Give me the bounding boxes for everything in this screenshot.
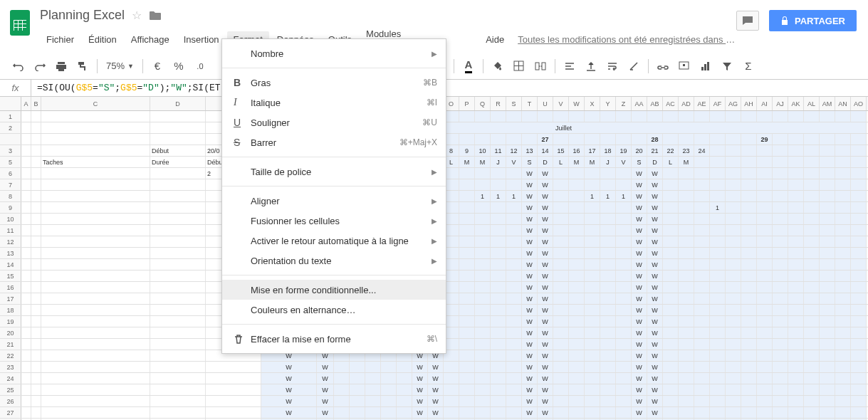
cell[interactable] xyxy=(600,384,616,395)
cell[interactable] xyxy=(851,236,867,247)
cell[interactable] xyxy=(21,259,31,270)
col-header-C[interactable]: C xyxy=(41,97,150,110)
cell[interactable] xyxy=(616,202,632,213)
cell[interactable] xyxy=(710,236,726,247)
cell[interactable] xyxy=(459,134,475,145)
cell[interactable] xyxy=(804,111,820,122)
cell[interactable] xyxy=(835,305,851,315)
cell[interactable] xyxy=(616,214,632,224)
cell[interactable] xyxy=(788,282,804,293)
cell[interactable]: W xyxy=(632,259,647,270)
cell[interactable]: W xyxy=(632,282,647,293)
cell[interactable]: 15 xyxy=(553,145,569,156)
cell[interactable] xyxy=(397,384,412,395)
cell[interactable] xyxy=(710,396,726,406)
cell[interactable] xyxy=(506,271,522,281)
cell[interactable]: W xyxy=(538,225,553,236)
cell[interactable]: W xyxy=(632,225,647,236)
cell[interactable] xyxy=(31,157,41,167)
cell[interactable] xyxy=(553,407,569,418)
cell[interactable] xyxy=(475,236,491,247)
cell[interactable] xyxy=(491,373,506,384)
cell[interactable] xyxy=(600,396,616,406)
cell[interactable] xyxy=(585,407,600,418)
cell[interactable] xyxy=(851,214,867,224)
cell[interactable] xyxy=(694,179,710,190)
cell[interactable] xyxy=(710,316,726,327)
cell[interactable] xyxy=(788,362,804,372)
undo-button[interactable] xyxy=(9,57,28,75)
cell[interactable] xyxy=(757,350,773,361)
cell[interactable] xyxy=(491,407,506,418)
cell[interactable]: W xyxy=(538,259,553,270)
cell[interactable] xyxy=(41,396,150,406)
cell[interactable]: W xyxy=(412,362,428,372)
cell[interactable] xyxy=(506,179,522,190)
cell[interactable] xyxy=(820,350,835,361)
col-header-AB[interactable]: AB xyxy=(647,97,663,110)
cell[interactable] xyxy=(206,373,261,384)
cell[interactable] xyxy=(41,214,150,224)
cell[interactable]: 12 xyxy=(506,145,522,156)
cell[interactable] xyxy=(506,396,522,406)
cell[interactable] xyxy=(694,350,710,361)
cell[interactable] xyxy=(365,373,381,384)
cell[interactable] xyxy=(804,168,820,179)
cell[interactable]: W xyxy=(522,236,538,247)
cell[interactable] xyxy=(585,179,600,190)
cell[interactable] xyxy=(553,214,569,224)
cell[interactable] xyxy=(851,396,867,406)
cell[interactable] xyxy=(788,396,804,406)
cell[interactable] xyxy=(553,225,569,236)
cell[interactable]: W xyxy=(522,202,538,213)
cell[interactable] xyxy=(444,396,459,406)
cell[interactable] xyxy=(491,282,506,293)
cell[interactable]: 9 xyxy=(459,145,475,156)
comments-button[interactable] xyxy=(736,11,759,31)
cell[interactable] xyxy=(757,282,773,293)
cell[interactable] xyxy=(569,316,585,327)
cell[interactable] xyxy=(21,145,31,156)
row-header-15[interactable]: 15 xyxy=(0,271,21,281)
cell[interactable] xyxy=(475,214,491,224)
cell[interactable] xyxy=(726,214,741,224)
cell[interactable] xyxy=(475,111,491,122)
cell[interactable] xyxy=(616,305,632,315)
cell[interactable] xyxy=(694,248,710,258)
cell[interactable] xyxy=(600,327,616,338)
cell[interactable] xyxy=(835,145,851,156)
cell[interactable] xyxy=(21,350,31,361)
cell[interactable] xyxy=(804,282,820,293)
cell[interactable] xyxy=(585,271,600,281)
cell[interactable] xyxy=(506,259,522,270)
cell[interactable] xyxy=(616,111,632,122)
merge-button[interactable] xyxy=(530,57,550,75)
cell[interactable] xyxy=(585,282,600,293)
cell[interactable] xyxy=(459,168,475,179)
cell[interactable] xyxy=(150,134,206,145)
row-header-7[interactable]: 7 xyxy=(0,179,21,190)
cell[interactable] xyxy=(600,305,616,315)
cell[interactable] xyxy=(788,316,804,327)
cell[interactable] xyxy=(365,362,381,372)
cell[interactable] xyxy=(663,214,679,224)
col-header-Z[interactable]: Z xyxy=(616,97,632,110)
cell[interactable] xyxy=(444,362,459,372)
cell[interactable] xyxy=(475,305,491,315)
cell[interactable] xyxy=(585,305,600,315)
cell[interactable]: W xyxy=(647,339,663,350)
cell[interactable]: W xyxy=(647,362,663,372)
cell[interactable] xyxy=(835,259,851,270)
cell[interactable] xyxy=(585,168,600,179)
cell[interactable] xyxy=(773,396,788,406)
cell[interactable]: W xyxy=(632,202,647,213)
cell[interactable]: W xyxy=(632,305,647,315)
col-header-Y[interactable]: Y xyxy=(600,97,616,110)
cell[interactable] xyxy=(757,248,773,258)
cell[interactable] xyxy=(475,225,491,236)
cell[interactable] xyxy=(741,384,757,395)
cell[interactable] xyxy=(788,202,804,213)
cell[interactable] xyxy=(851,157,867,167)
saved-status[interactable]: Toutes les modifications ont été enregis… xyxy=(518,34,736,45)
cell[interactable] xyxy=(741,248,757,258)
